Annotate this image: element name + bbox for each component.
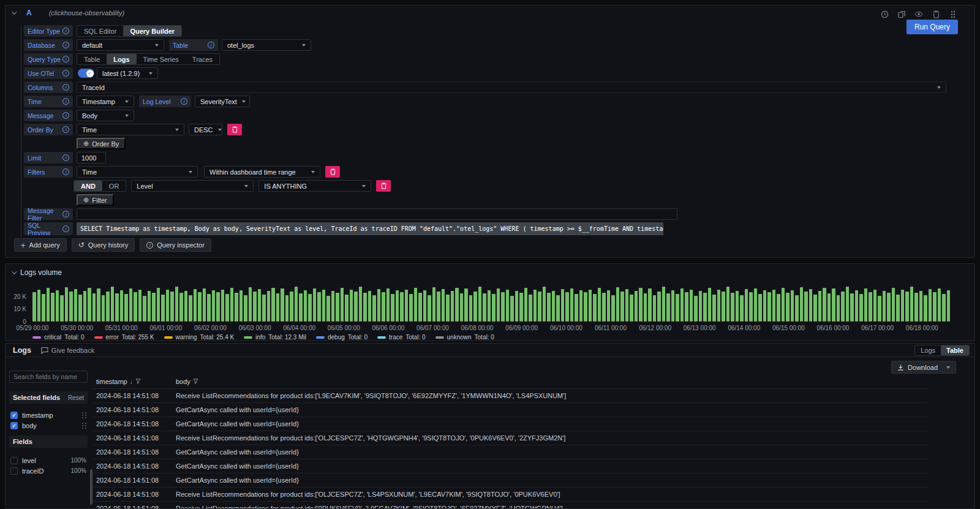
use-otel-toggle[interactable]	[78, 69, 94, 78]
legend-item-debug[interactable]: debugTotal: 0	[316, 334, 368, 341]
info-icon[interactable]	[181, 98, 187, 105]
bar-info-segment	[437, 292, 440, 321]
table-row[interactable]: 2024-06-18 14:51:08Receive ListRecommend…	[92, 431, 928, 445]
filter-funnel-icon[interactable]	[135, 379, 141, 384]
remove-condition-trash-button[interactable]	[376, 180, 391, 192]
info-icon[interactable]	[62, 126, 69, 133]
filter-condition-operator-select[interactable]: IS ANYTHING	[258, 180, 371, 192]
bar-error-segment	[221, 321, 225, 322]
duplicate-icon[interactable]	[897, 10, 906, 18]
info-icon[interactable]	[208, 42, 214, 48]
info-icon[interactable]	[62, 84, 69, 91]
message-column-select[interactable]: Body	[77, 110, 134, 121]
checkbox-checked[interactable]	[10, 412, 18, 419]
add-filter-button[interactable]: Filter	[77, 194, 114, 206]
query-type-option-table[interactable]: Table	[77, 54, 107, 64]
info-icon[interactable]	[62, 112, 69, 119]
query-type-option-logs[interactable]: Logs	[107, 54, 136, 64]
bar-info-segment	[556, 295, 560, 321]
bar-error-segment	[533, 321, 537, 322]
table-row[interactable]: 2024-06-18 14:51:08GetCartAsync called w…	[92, 445, 928, 459]
editor-type-option-query-builder[interactable]: Query Builder	[123, 26, 181, 36]
bar-info-segment	[929, 289, 932, 321]
search-fields-input[interactable]	[9, 371, 88, 383]
time-column-select[interactable]: Timestamp	[77, 96, 134, 107]
view-option-table[interactable]: Table	[941, 345, 969, 355]
remove-filter-trash-button[interactable]	[325, 166, 340, 178]
checkbox-unchecked[interactable]	[10, 457, 18, 464]
query-history-button[interactable]: Query history	[72, 238, 135, 252]
table-row[interactable]: 2024-06-18 14:51:08Receive ListRecommend…	[92, 488, 928, 502]
table-select[interactable]: otel_logs	[222, 39, 311, 51]
body-cell: GetCartAsync called with userId={userId}	[170, 420, 928, 428]
order-by-field-select[interactable]: Time	[77, 124, 184, 135]
bar-info-segment	[947, 290, 951, 321]
editor-type-option-sql-editor[interactable]: SQL Editor	[77, 26, 123, 36]
table-row[interactable]: 2024-06-18 14:51:08GetCartAsync called w…	[92, 473, 928, 488]
sort-descending-icon[interactable]	[130, 378, 133, 385]
order-by-direction-select[interactable]: DESC	[189, 124, 222, 135]
log-level-select[interactable]: SeverityText	[195, 96, 250, 107]
legend-item-unknown[interactable]: unknownTotal: 0	[435, 334, 494, 341]
table-row[interactable]: 2024-06-18 14:51:08GetCartAsync called w…	[92, 403, 928, 417]
conjunction-option-or[interactable]: OR	[102, 181, 126, 191]
drag-handle-icon[interactable]	[949, 10, 957, 18]
otel-version-select[interactable]: latest (1.2.9)	[97, 67, 158, 79]
checkbox-checked[interactable]	[10, 422, 18, 429]
give-feedback-link[interactable]: Give feedback	[41, 347, 94, 354]
info-icon[interactable]	[62, 28, 69, 34]
add-order-by-button[interactable]: Order By	[77, 138, 126, 149]
filter-funnel-icon[interactable]	[193, 379, 198, 384]
table-row[interactable]: 2024-06-18 14:51:08GetCartAsync called w…	[92, 459, 928, 473]
filter-operator-select[interactable]: Within dashboard time range	[204, 166, 320, 178]
info-icon[interactable]	[62, 56, 69, 62]
table-row[interactable]: 2024-06-18 14:51:08Receive ListRecommend…	[92, 502, 928, 509]
add-query-button[interactable]: Add query	[14, 238, 67, 252]
conjunction-option-and[interactable]: AND	[74, 181, 102, 191]
body-column-header[interactable]: body	[176, 378, 190, 385]
view-option-logs[interactable]: Logs	[915, 345, 941, 355]
reset-button[interactable]: Reset	[68, 394, 84, 401]
info-icon[interactable]	[62, 168, 69, 175]
bar-info-segment	[492, 294, 496, 321]
legend-item-error[interactable]: errorTotal: 255 K	[94, 334, 154, 341]
volume-bar	[901, 284, 905, 322]
bar-info-segment	[83, 291, 87, 321]
collapse-chevron-icon[interactable]	[12, 9, 17, 14]
remove-order-by-trash-button[interactable]	[227, 124, 242, 135]
query-inspector-button[interactable]: Query inspector	[140, 238, 211, 252]
query-ref-id[interactable]: A	[26, 9, 32, 17]
remove-query-trash-icon[interactable]	[932, 10, 940, 18]
logs-volume-title[interactable]: Logs volume	[6, 264, 974, 277]
checkbox-unchecked[interactable]	[10, 467, 18, 475]
info-icon[interactable]	[62, 211, 69, 217]
download-button[interactable]: Download	[891, 361, 956, 374]
timestamp-column-header[interactable]: timestamp	[96, 378, 127, 385]
history-icon[interactable]	[880, 10, 889, 18]
info-icon[interactable]	[62, 98, 69, 105]
hide-response-eye-icon[interactable]	[914, 10, 923, 18]
query-type-option-traces[interactable]: Traces	[186, 54, 219, 64]
columns-multiselect[interactable]: TraceId	[77, 81, 946, 93]
filter-field-select[interactable]: Time	[77, 166, 198, 178]
legend-item-warning[interactable]: warningTotal: 25.4 K	[164, 334, 235, 341]
limit-input[interactable]	[77, 152, 106, 164]
table-row[interactable]: 2024-06-18 14:51:08Receive ListRecommend…	[92, 389, 928, 403]
drag-handle-icon[interactable]	[82, 423, 86, 429]
legend-item-trace[interactable]: traceTotal: 0	[377, 334, 425, 341]
info-icon[interactable]	[62, 42, 69, 48]
info-icon[interactable]	[62, 225, 69, 232]
database-select[interactable]: default	[77, 39, 164, 51]
filter-condition-field-select[interactable]: Level	[131, 180, 254, 192]
message-filter-input[interactable]	[77, 208, 677, 220]
legend-item-info[interactable]: infoTotal: 12.3 Mil	[244, 334, 306, 341]
query-type-option-time-series[interactable]: Time Series	[137, 54, 186, 64]
drag-handle-icon[interactable]	[82, 412, 86, 418]
info-icon[interactable]	[62, 70, 69, 77]
legend-item-critical[interactable]: criticalTotal: 0	[32, 334, 85, 341]
bar-info-segment	[837, 295, 840, 321]
table-row[interactable]: 2024-06-18 14:51:08GetCartAsync called w…	[92, 417, 928, 431]
volume-bar	[859, 284, 863, 322]
info-icon[interactable]	[62, 154, 69, 161]
bar-info-segment	[111, 287, 115, 321]
